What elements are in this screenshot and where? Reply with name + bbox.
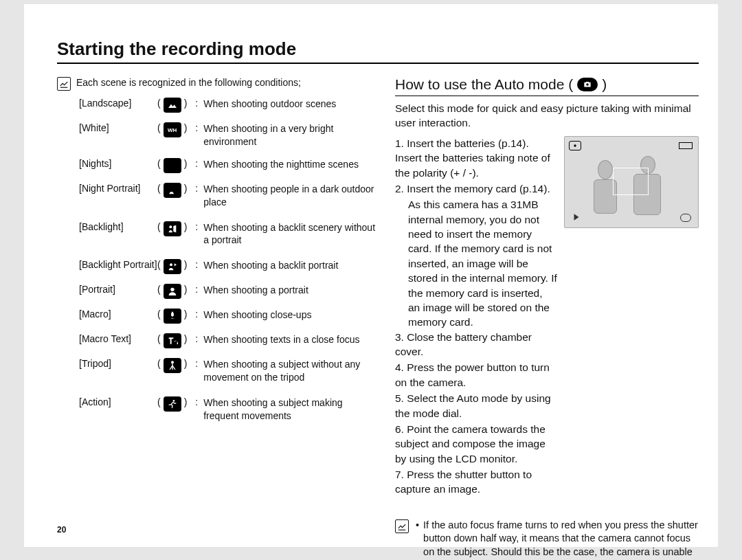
step-6: 6. Point the camera towards the subject … [395,422,557,466]
lcd-battery-icon [679,142,693,149]
note-item: If the auto focus frame turns to red whe… [416,519,699,560]
howto-column: How to use the Auto mode ( ) Select this… [395,76,699,560]
scene-row: [Portrait]( ):When shooting a portrait [79,284,380,299]
scene-desc: When shooting a subject making frequent … [203,396,380,423]
page-title: Starting the recording mode [57,38,699,64]
note-icon [57,77,71,91]
scene-desc: When shooting close-ups [203,309,380,322]
note-icon [395,519,409,533]
manual-page: Starting the recording mode Each scene i… [24,4,718,547]
scene-name: [Macro Text] [79,333,155,344]
scene-row: [Landscape]( ):When shooting outdoor sce… [79,98,380,113]
scene-row: [Backlight Portrait]( ):When shooting a … [79,259,380,274]
scenes-intro: Each scene is recognized in the followin… [76,76,301,89]
step-2a: 2. Insert the memory card (p.14). [395,181,557,196]
svg-point-1 [170,264,172,267]
scene-row: [Macro Text]( ):When shooting texts in a… [79,333,380,348]
svg-point-2 [170,288,174,291]
svg-point-3 [171,361,174,364]
scene-name: [White] [79,122,155,133]
macro-icon [164,309,181,324]
step-2b: As this camera has a 31MB internal memor… [395,197,557,329]
lcd-focus-frame [613,168,649,195]
scene-desc: When shooting a portrait [203,284,380,297]
scene-desc: When shooting a backlit scenery without … [203,221,380,247]
lcd-photo-person [598,160,613,179]
scene-row: [Macro]( ):When shooting close-ups [79,309,380,324]
scene-row: [Nights]( ):When shooting the nighttime … [79,158,380,173]
scene-name: [Nights] [79,158,155,169]
scene-desc: When shooting in a very bright environme… [203,122,380,148]
scene-row: [Backlight]( ):When shooting a backlit s… [79,221,380,247]
night-icon [164,158,181,173]
scenes-column: Each scene is recognized in the followin… [57,76,380,560]
howto-heading-close: ) [602,76,607,93]
scene-row: [Action]( ):When shooting a subject maki… [79,396,380,423]
scene-desc: When shooting texts in a close focus [203,333,380,346]
macro-text-icon [164,333,181,348]
scene-desc: When shooting people in a dark outdoor p… [203,183,380,209]
scene-name: [Action] [79,396,155,407]
howto-intro: Select this mode for quick and easy pict… [395,102,699,131]
step-7: 7. Press the shutter button to capture a… [395,467,557,497]
portrait-icon [164,284,181,299]
svg-point-5 [586,83,589,86]
scene-row: [Tripod]( ):When shooting a subject with… [79,358,380,384]
step-1: 1. Insert the batteries (p.14). Insert t… [395,136,557,180]
scene-desc: When shooting the nighttime scenes [203,158,380,171]
howto-heading: How to use the Auto mode ( [395,76,573,93]
camera-lcd-preview [564,136,699,228]
lcd-mode-icon [569,141,581,150]
tripod-icon [164,358,181,373]
svg-point-0 [169,225,172,228]
scene-name: [Landscape] [79,98,155,109]
scene-name: [Night Portrait] [79,183,155,194]
step-3: 3. Close the battery chamber cover. [395,330,557,359]
scene-row: [White]( WH ):When shooting in a very br… [79,122,380,148]
scene-row: [Night Portrait]( ):When shooting people… [79,183,380,209]
camera-icon [577,78,598,91]
scene-name: [Backlight] [79,221,155,232]
svg-point-4 [172,400,175,402]
backlight-icon [164,221,181,236]
lcd-play-icon [572,212,581,222]
scene-name: [Backlight Portrait] [79,259,155,270]
scene-desc: When shooting outdoor scenes [203,98,380,111]
scene-desc: When shooting a backlit portrait [203,259,380,272]
scene-desc: When shooting a subject without any move… [203,358,380,384]
step-4: 4. Press the power button to turn on the… [395,360,557,390]
lcd-bottom-right-icon [680,214,691,222]
white-icon: WH [164,122,181,137]
step-5: 5. Select the Auto mode by using the mod… [395,391,557,421]
scene-name: [Tripod] [79,358,155,369]
page-number: 20 [57,525,66,535]
notes-box: If the auto focus frame turns to red whe… [395,519,699,560]
scene-name: [Macro] [79,309,155,320]
night-portrait-icon [164,183,181,198]
scene-name: [Portrait] [79,284,155,295]
backlight-portrait-icon [164,259,181,274]
action-icon [164,396,181,412]
svg-point-6 [574,144,576,146]
landscape-icon [164,98,181,113]
